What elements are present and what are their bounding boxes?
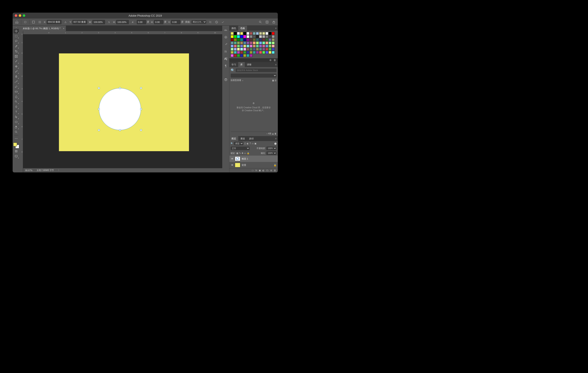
swatch[interactable] — [256, 38, 259, 41]
swatch[interactable] — [262, 51, 265, 54]
view-by-type[interactable]: 按类型查看 ⌄ — [231, 79, 243, 82]
swatch[interactable] — [231, 38, 234, 41]
swatch[interactable] — [246, 41, 249, 44]
zoom-tool[interactable] — [13, 130, 19, 134]
visibility-icon[interactable]: 👁 — [231, 164, 234, 166]
path-select-tool[interactable] — [13, 115, 19, 119]
cloud-sync-icon[interactable]: ☁ — [272, 132, 274, 135]
navigator-icon[interactable] — [223, 35, 228, 40]
filter-toggle[interactable]: ⬤ — [274, 142, 276, 145]
swatch[interactable] — [246, 45, 249, 48]
swatch[interactable] — [253, 48, 256, 51]
swatch[interactable] — [269, 41, 272, 44]
swatch[interactable] — [272, 32, 275, 35]
layer-thumb[interactable] — [235, 156, 240, 161]
swatch[interactable] — [269, 51, 272, 54]
fill-select[interactable]: 100% — [266, 151, 276, 155]
horizontal-ruler[interactable]: 012345678910 — [23, 31, 222, 34]
dodge-tool[interactable] — [13, 100, 19, 104]
swatch[interactable] — [259, 48, 262, 51]
stamp-tool[interactable] — [13, 74, 19, 79]
swatch[interactable] — [256, 41, 259, 44]
pen-tool[interactable] — [13, 104, 19, 109]
marquee-tool[interactable] — [13, 34, 19, 39]
swatch[interactable] — [265, 32, 268, 35]
3d-icon[interactable] — [223, 77, 228, 82]
canvas[interactable] — [23, 34, 222, 168]
zoom-level[interactable]: 66.67% — [25, 169, 32, 171]
swatch[interactable] — [269, 35, 272, 38]
swatch[interactable] — [259, 41, 262, 44]
layer-row[interactable]: 👁 背景 🔒 — [229, 162, 278, 168]
swatch[interactable] — [246, 35, 249, 38]
blur-tool[interactable] — [13, 94, 19, 99]
layers-panel-tab[interactable]: 图层 — [229, 136, 238, 141]
w-input[interactable] — [92, 20, 105, 24]
minimize-button[interactable] — [19, 14, 21, 17]
swatch[interactable] — [256, 32, 259, 35]
swatch[interactable] — [272, 48, 275, 51]
swatch[interactable] — [259, 35, 262, 38]
panel-menu-icon[interactable]: ≡ — [274, 27, 278, 30]
color-swatches[interactable] — [13, 142, 19, 148]
quickmask-tool[interactable] — [13, 149, 19, 153]
swatches-panel-tab[interactable]: 色板 — [238, 26, 247, 31]
panel-menu-icon[interactable]: ≡ — [274, 137, 278, 140]
swatch[interactable] — [256, 35, 259, 38]
swatch[interactable] — [246, 48, 249, 51]
swatch[interactable] — [250, 35, 252, 38]
swatch[interactable] — [243, 35, 246, 38]
layer-fx-icon[interactable]: fx — [255, 169, 257, 172]
home-button[interactable] — [14, 20, 19, 25]
vertical-ruler[interactable]: 21012345678 — [20, 31, 23, 172]
x-input[interactable] — [47, 20, 62, 24]
doc-info[interactable]: 文档:7.66M/0 字节 — [37, 169, 54, 172]
swatch[interactable] — [243, 41, 246, 44]
swatch[interactable] — [259, 32, 262, 35]
layer-mask-icon[interactable]: ◼ — [259, 169, 261, 172]
swatch[interactable] — [250, 48, 252, 51]
swatch[interactable] — [231, 51, 234, 54]
filter-type-icon[interactable]: T — [250, 142, 251, 145]
document-tab[interactable]: 未标题-1 @ 66.7% (椭圆 1, RGB/8) *× — [20, 26, 66, 31]
commit-transform-icon[interactable] — [220, 20, 225, 24]
swatch[interactable] — [262, 38, 265, 41]
swatch[interactable] — [243, 32, 246, 35]
swatch[interactable] — [250, 51, 252, 54]
filter-shape-icon[interactable]: ▭ — [252, 142, 254, 145]
interpolation-select[interactable]: 两次立方... — [191, 20, 206, 24]
swatch[interactable] — [250, 54, 252, 57]
vskew-input[interactable] — [171, 20, 180, 24]
swatch[interactable] — [265, 38, 268, 41]
swatch[interactable] — [272, 38, 275, 41]
warp-icon[interactable] — [208, 20, 212, 24]
swatch[interactable] — [269, 38, 272, 41]
screen-mode-tool[interactable] — [13, 154, 19, 159]
lock-image-icon[interactable]: ✎ — [239, 152, 241, 154]
paths-panel-tab[interactable]: 路径 — [247, 136, 256, 141]
type-tool[interactable] — [13, 110, 19, 114]
swatch[interactable] — [243, 48, 246, 51]
swatch[interactable] — [246, 32, 249, 35]
swatch[interactable] — [237, 35, 240, 38]
adjustments-panel-tab[interactable]: 调整 — [245, 62, 254, 67]
list-view-icon[interactable]: ☰ — [275, 79, 276, 81]
active-tool-icon[interactable] — [23, 20, 28, 24]
swatch[interactable] — [243, 51, 246, 54]
swatch[interactable] — [231, 45, 234, 48]
swatch[interactable] — [240, 41, 243, 44]
delete-layer-icon[interactable]: 🗑 — [274, 169, 276, 172]
swatch[interactable] — [250, 41, 252, 44]
swatch[interactable] — [234, 35, 237, 38]
filter-smart-icon[interactable]: ▣ — [254, 142, 256, 145]
lock-artboard-icon[interactable]: ▭ — [244, 152, 246, 154]
swatch[interactable] — [237, 41, 240, 44]
opacity-select[interactable]: 100% — [266, 147, 276, 150]
transform-handles[interactable] — [99, 88, 141, 130]
swatch[interactable] — [265, 45, 268, 48]
swatch[interactable] — [231, 54, 234, 57]
swatch[interactable] — [259, 38, 262, 41]
swatch[interactable] — [259, 51, 262, 54]
swatch[interactable] — [253, 41, 256, 44]
swatch[interactable] — [237, 38, 240, 41]
